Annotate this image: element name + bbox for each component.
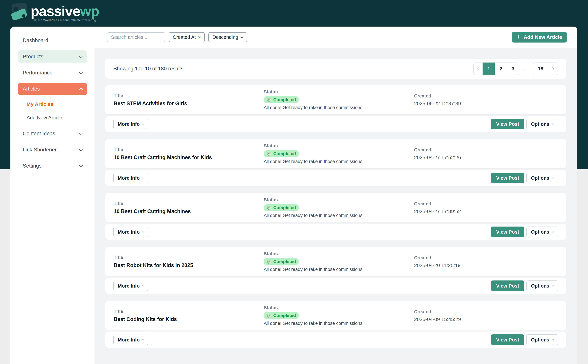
pagination-prev-button[interactable] [474,63,483,75]
money-with-wings-icon [267,259,272,264]
articles-submenu: My Articles Add New Article [18,99,87,123]
created-timestamp: 2025-04-20 11:25:19 [414,262,461,268]
options-label: Options [531,121,549,127]
more-info-label: More Info [118,229,140,235]
article-block: Title 10 Best Craft Cutting Machines Sta… [105,193,566,240]
article-block: Title Best STEM Activities for Girls Sta… [105,85,566,132]
more-info-button[interactable]: More Info [113,335,148,345]
status-badge: Completed [264,312,299,319]
brand-logo: passivewp where WordPress means affiliat… [10,3,99,22]
created-timestamp: 2025-04-27 17:39:52 [414,208,461,214]
add-new-article-button[interactable]: + Add New Article [512,32,567,43]
created-timestamp: 2025-05-22 12:37:39 [414,101,461,106]
options-button[interactable]: Options [526,280,558,291]
main-area: Created At Descending + Add New Article … [94,26,577,364]
view-post-button[interactable]: View Post [491,119,524,130]
sidebar-item-link-shortener[interactable]: Link Shortener [18,143,87,156]
sidebar-item-performance[interactable]: Performance [18,66,87,79]
status-badge-text: Completed [273,97,296,102]
pagination-page-1[interactable]: 1 [482,63,495,75]
pagination-page-2[interactable]: 2 [495,63,507,75]
sort-field-dropdown[interactable]: Created At [169,32,205,42]
pagination-next-button[interactable] [548,63,558,75]
options-label: Options [531,337,549,343]
view-post-button[interactable]: View Post [491,173,524,183]
status-label: Status [264,197,364,202]
results-summary: Showing 1 to 10 of 180 results [113,66,184,72]
brand-wordmark: passivewp where WordPress means affiliat… [31,3,99,22]
content-panel: Showing 1 to 10 of 180 results 1 2 3 ...… [94,48,577,364]
price-tag-icon [10,3,27,20]
more-info-button[interactable]: More Info [113,119,148,129]
chevron-down-icon [142,284,144,287]
chevron-down-icon [79,70,83,74]
more-info-label: More Info [118,175,140,181]
chevron-down-icon [552,284,554,287]
sort-order-dropdown[interactable]: Descending [208,32,247,42]
chevron-down-icon [79,163,83,167]
chevron-down-icon [552,176,554,179]
pagination-page-last[interactable]: 18 [533,63,548,75]
sidebar-item-products[interactable]: Products [18,50,87,63]
article-block: Title Best Coding Kits for Kids Status [105,301,566,348]
title-label: Title [114,309,177,314]
title-label: Title [114,201,191,206]
chevron-right-icon [551,67,554,70]
article-title: 10 Best Craft Cutting Machines [114,208,191,214]
chevron-down-icon [142,230,144,233]
status-note: All done! Get ready to rake in those com… [264,159,364,164]
brand-tagline: where WordPress means affiliate marketin… [31,19,99,22]
chevron-down-icon [79,147,83,151]
article-block: Title Best Robot Kits for Kids in 2025 S… [105,247,566,294]
article-action-card: More Info View Post Options [105,332,566,348]
more-info-label: More Info [118,283,140,289]
sidebar-subitem-label: Add New Article [26,115,62,121]
created-timestamp: 2025-04-27 17:52:26 [414,155,461,160]
sidebar-subitem-my-articles[interactable]: My Articles [18,99,87,110]
money-with-wings-icon [267,313,272,318]
pagination-page-3[interactable]: 3 [507,63,519,75]
article-title: Best Robot Kits for Kids in 2025 [114,262,193,268]
chevron-down-icon [142,338,144,341]
article-info-card: Title Best STEM Activities for Girls Sta… [105,85,566,114]
sort-field-label: Created At [173,34,196,40]
sidebar-subitem-label: My Articles [26,101,53,107]
chevron-down-icon [79,54,83,58]
options-button[interactable]: Options [526,334,558,345]
sidebar-subitem-add-new-article[interactable]: Add New Article [18,112,87,123]
options-label: Options [531,283,549,289]
sidebar-item-label: Products [23,54,43,60]
view-post-button[interactable]: View Post [491,334,524,345]
article-action-card: More Info View Post Options [105,170,566,186]
search-input[interactable] [107,32,165,42]
options-button[interactable]: Options [526,173,558,183]
chevron-down-icon [552,122,554,125]
article-title: 10 Best Craft Cutting Machines for Kids [114,155,212,161]
options-button[interactable]: Options [526,119,558,130]
sidebar-item-label: Content Ideas [23,130,55,137]
more-info-button[interactable]: More Info [113,227,148,237]
more-info-button[interactable]: More Info [113,173,148,183]
article-block: Title 10 Best Craft Cutting Machines for… [105,139,566,186]
sidebar-item-dashboard[interactable]: Dashboard [18,34,87,47]
sidebar: Dashboard Products Performance Articles … [10,26,94,364]
more-info-button[interactable]: More Info [113,281,148,291]
view-post-button[interactable]: View Post [491,280,524,291]
pagination-ellipsis: ... [519,66,530,72]
sidebar-item-content-ideas[interactable]: Content Ideas [18,127,87,140]
chevron-down-icon [142,122,144,125]
created-label: Created [414,93,461,99]
status-note: All done! Get ready to rake in those com… [264,321,364,326]
chevron-up-icon [79,88,83,91]
options-button[interactable]: Options [526,227,558,237]
sidebar-item-settings[interactable]: Settings [18,160,87,172]
sidebar-item-label: Settings [23,163,41,169]
article-info-card: Title Best Coding Kits for Kids Status [105,301,566,330]
article-action-card: More Info View Post Options [105,278,566,294]
sidebar-item-articles[interactable]: Articles [18,83,87,95]
article-info-card: Title Best Robot Kits for Kids in 2025 S… [105,247,566,276]
status-note: All done! Get ready to rake in those com… [264,267,364,272]
status-note: All done! Get ready to rake in those com… [264,213,364,218]
money-with-wings-icon [267,97,272,102]
view-post-button[interactable]: View Post [491,227,524,237]
